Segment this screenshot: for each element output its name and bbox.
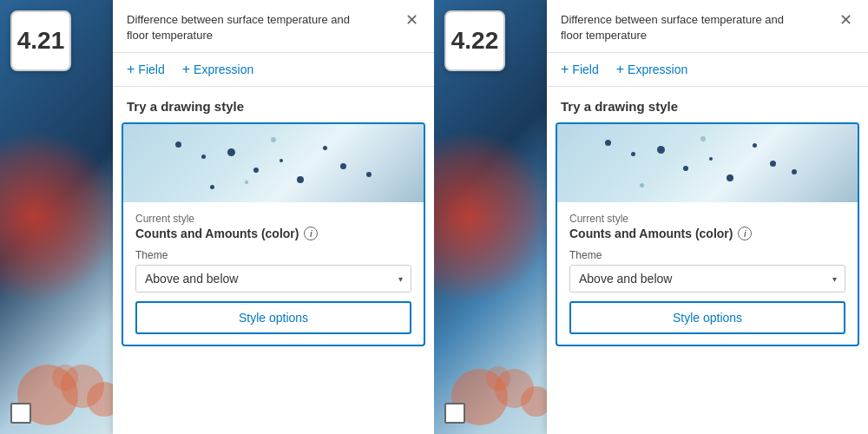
style-options-button-right[interactable]: Style options xyxy=(569,301,845,334)
panel-title-right: Difference between surface temperature a… xyxy=(561,12,804,43)
plus-icon-expr-right: + xyxy=(616,62,624,77)
drawing-panel-right: Difference between surface temperature a… xyxy=(547,0,868,434)
style-card-right: Current style Counts and Amounts (color)… xyxy=(556,122,859,346)
style-thumbnail-left xyxy=(123,124,424,202)
plus-icon-right: + xyxy=(561,62,569,77)
theme-select-wrapper-right: Above and below High to low Centered on … xyxy=(569,265,845,293)
theme-label-left: Theme xyxy=(135,249,411,261)
info-icon-left[interactable]: i xyxy=(304,227,318,240)
panel-body-left: Try a drawing style xyxy=(113,87,434,434)
thumb-dot xyxy=(297,176,304,183)
plus-icon-expr-left: + xyxy=(182,62,190,77)
drawing-panel-left: Difference between surface temperature a… xyxy=(113,0,434,434)
thumb-dot xyxy=(683,166,688,171)
theme-select-wrapper-left: Above and below High to low Centered on … xyxy=(135,265,411,293)
current-style-name-right: Counts and Amounts (color) i xyxy=(569,227,845,240)
thumb-dot xyxy=(271,137,276,142)
panel-title-left: Difference between surface temperature a… xyxy=(127,12,370,43)
panel-header-right: Difference between surface temperature a… xyxy=(547,0,868,53)
close-button-left[interactable]: ✕ xyxy=(404,12,420,28)
plus-icon-left: + xyxy=(127,62,135,77)
current-style-label-left: Current style xyxy=(135,213,411,225)
theme-select-left[interactable]: Above and below High to low Centered on … xyxy=(135,265,411,293)
badge-left: 4.21 xyxy=(10,10,71,71)
expression-label-left: Expression xyxy=(194,62,253,76)
left-panel-wrapper: 4.21 Difference between surface temperat… xyxy=(0,0,434,434)
panel-toolbar-left: + Field + Expression xyxy=(113,53,434,87)
thumb-dot xyxy=(727,174,733,181)
style-options-button-left[interactable]: Style options xyxy=(135,301,411,334)
thumb-dot xyxy=(605,140,611,146)
bottom-square-right[interactable] xyxy=(444,403,465,424)
style-thumbnail-right xyxy=(557,124,858,202)
thumb-dot xyxy=(753,143,757,148)
add-field-button-left[interactable]: + Field xyxy=(127,62,165,77)
bottom-square-left[interactable] xyxy=(10,403,31,424)
thumb-dot xyxy=(770,161,776,167)
badge-right: 4.22 xyxy=(444,10,505,71)
panel-body-right: Try a drawing style xyxy=(547,87,868,434)
thumb-dot xyxy=(201,155,206,159)
thumb-dot xyxy=(245,181,248,184)
thumb-dot xyxy=(657,146,665,154)
thumb-dot xyxy=(227,148,235,156)
style-card-body-left: Current style Counts and Amounts (color)… xyxy=(123,202,424,345)
current-style-name-left: Counts and Amounts (color) i xyxy=(135,227,411,240)
panel-header-left: Difference between surface temperature a… xyxy=(113,0,434,53)
info-icon-right[interactable]: i xyxy=(738,227,752,240)
field-label-left: Field xyxy=(138,62,164,76)
thumb-dot xyxy=(279,159,283,162)
thumb-dot xyxy=(340,163,346,169)
current-style-label-right: Current style xyxy=(569,213,845,225)
right-panel-wrapper: 4.22 Difference between surface temperat… xyxy=(434,0,868,434)
close-button-right[interactable]: ✕ xyxy=(838,12,854,28)
thumb-dot xyxy=(700,136,706,141)
panel-toolbar-right: + Field + Expression xyxy=(547,53,868,87)
thumb-dot xyxy=(253,168,259,173)
add-field-button-right[interactable]: + Field xyxy=(561,62,599,77)
section-title-left: Try a drawing style xyxy=(113,87,434,122)
add-expression-button-right[interactable]: + Expression xyxy=(616,62,688,77)
field-label-right: Field xyxy=(572,62,598,76)
theme-label-right: Theme xyxy=(569,249,845,261)
add-expression-button-left[interactable]: + Expression xyxy=(182,62,254,77)
thumb-dot xyxy=(792,169,797,174)
thumb-dot xyxy=(210,185,214,189)
style-card-body-right: Current style Counts and Amounts (color)… xyxy=(557,202,858,345)
expression-label-right: Expression xyxy=(628,62,687,76)
thumb-dot xyxy=(366,172,372,177)
style-card-left: Current style Counts and Amounts (color)… xyxy=(122,122,425,346)
thumb-dot xyxy=(175,141,181,148)
thumb-dot xyxy=(631,152,635,156)
thumb-dot xyxy=(640,183,644,187)
theme-select-right[interactable]: Above and below High to low Centered on … xyxy=(569,265,845,293)
section-title-right: Try a drawing style xyxy=(547,87,868,122)
thumb-dot xyxy=(323,146,327,150)
thumb-dot xyxy=(709,157,713,161)
